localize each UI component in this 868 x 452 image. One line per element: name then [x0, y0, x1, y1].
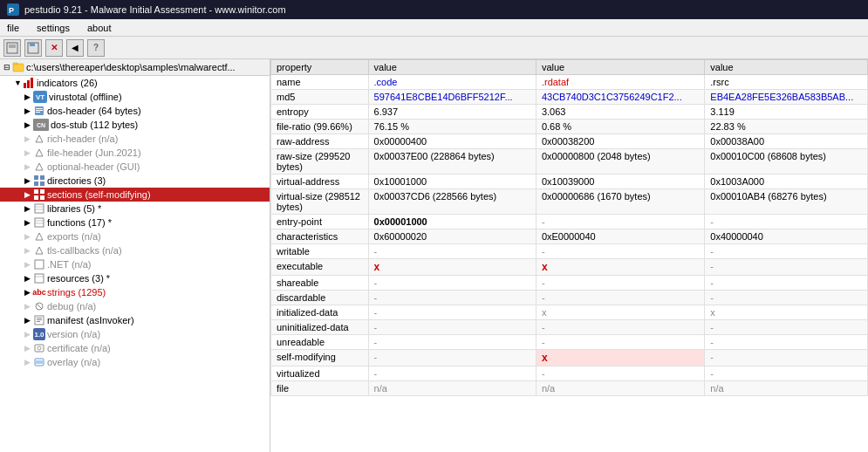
- cell-value3: -: [705, 366, 868, 381]
- home-button[interactable]: [3, 39, 21, 57]
- overlay-label: overlay (n/a): [47, 357, 100, 367]
- tree-item-libraries[interactable]: ▶ libraries (5) *: [0, 202, 270, 216]
- file-header-icon: [33, 147, 45, 159]
- tree-item-exports[interactable]: ▶ exports (n/a): [0, 229, 270, 243]
- cell-value2: x: [536, 350, 704, 366]
- table-row: uninitialized-data---: [271, 320, 868, 335]
- arrow-version: ▶: [24, 330, 33, 339]
- expand-icon[interactable]: ⊟: [3, 63, 10, 72]
- table-row: discardable---: [271, 291, 868, 305]
- tree-item-tls-callbacks[interactable]: ▶ tls-callbacks (n/a): [0, 243, 270, 257]
- optional-header-label: optional-header (GUI): [47, 161, 140, 172]
- tree-item-manifest[interactable]: ▶ manifest (asInvoker): [0, 313, 270, 327]
- tree-item-resources[interactable]: ▶ resources (3) *: [0, 271, 270, 285]
- tree-item-dos-stub[interactable]: ▶ CN dos-stub (112 bytes): [0, 118, 270, 132]
- tree-item-functions[interactable]: ▶ functions (17) *: [0, 216, 270, 229]
- resources-icon: [33, 272, 45, 284]
- tls-label: tls-callbacks (n/a): [47, 245, 122, 256]
- cell-value2: -: [536, 276, 704, 291]
- table-row: initialized-data-xx: [271, 305, 868, 320]
- cell-value3: 0x40000040: [705, 229, 868, 244]
- tree-item-debug[interactable]: ▶ debug (n/a): [0, 299, 270, 313]
- arrow-resources: ▶: [24, 274, 33, 283]
- close-button[interactable]: ✕: [45, 39, 63, 57]
- table-row: name.code.rdataf.rsrc: [271, 75, 868, 90]
- arrow-optional-header: ▶: [24, 162, 33, 171]
- tree-item-version[interactable]: ▶ 1.0 version (n/a): [0, 327, 270, 341]
- arrow-rich-header: ▶: [24, 134, 33, 143]
- cell-value1: -: [368, 366, 536, 381]
- cell-value3: -: [705, 215, 868, 229]
- svg-rect-5: [30, 43, 35, 46]
- cell-value1: -: [368, 350, 536, 366]
- cell-property: executable: [271, 259, 369, 276]
- net-label: .NET (n/a): [47, 259, 92, 270]
- optional-header-icon: [33, 161, 45, 173]
- svg-marker-16: [36, 149, 43, 156]
- tree-item-file-header[interactable]: ▶ file-header (Jun.2021): [0, 146, 270, 160]
- debug-label: debug (n/a): [47, 301, 96, 312]
- cell-property: virtual-size (298512 bytes): [271, 189, 369, 215]
- cell-value1: 76.15 %: [368, 120, 536, 134]
- tree-item-dos-header[interactable]: ▶ dos-header (64 bytes): [0, 104, 270, 118]
- dos-stub-icon: CN: [33, 119, 49, 131]
- cell-value2: .rdataf: [536, 75, 704, 90]
- exports-label: exports (n/a): [47, 231, 101, 242]
- cell-property: entry-point: [271, 215, 369, 229]
- menu-about[interactable]: about: [84, 22, 115, 34]
- cell-property: file: [271, 381, 369, 396]
- table-row: self-modifying-x-: [271, 350, 868, 366]
- menu-file[interactable]: file: [3, 22, 23, 34]
- tree-item-rich-header[interactable]: ▶ rich-header (n/a): [0, 132, 270, 146]
- tree-item-net[interactable]: ▶ .NET (n/a): [0, 257, 270, 271]
- svg-rect-21: [40, 181, 44, 186]
- help-button[interactable]: ?: [87, 39, 105, 57]
- table-row: entropy6.9373.0633.119: [271, 105, 868, 120]
- certificate-icon: [33, 342, 45, 354]
- col-header-value1: value: [368, 60, 536, 75]
- svg-rect-29: [35, 218, 44, 227]
- cell-property: discardable: [271, 291, 369, 305]
- cell-value1: -: [368, 335, 536, 350]
- svg-rect-3: [9, 45, 16, 48]
- cell-value1: -: [368, 291, 536, 305]
- menu-settings[interactable]: settings: [33, 22, 73, 34]
- cell-value3: -: [705, 244, 868, 259]
- tls-icon: [33, 244, 45, 257]
- arrow-debug: ▶: [24, 302, 33, 311]
- cell-value2: 0xE0000040: [536, 229, 704, 244]
- tree-item-sections[interactable]: ▶ sections (self-modifying): [0, 188, 270, 202]
- tree-item-overlay[interactable]: ▶ overlay (n/a): [0, 355, 270, 369]
- tree-item-certificate[interactable]: ▶ certificate (n/a): [0, 341, 270, 355]
- cell-property: file-ratio (99.66%): [271, 120, 369, 134]
- cell-value1: 0x00000400: [368, 134, 536, 149]
- save-button[interactable]: [24, 39, 42, 57]
- back-button[interactable]: ◀: [66, 39, 84, 57]
- tree-item-virustotal[interactable]: ▶ VT virustotal (offline): [0, 90, 270, 104]
- cell-property: self-modifying: [271, 350, 369, 366]
- cell-value1: x: [368, 259, 536, 276]
- cell-value2: 3.063: [536, 105, 704, 120]
- cell-value1: 0x60000020: [368, 229, 536, 244]
- tree-item-strings[interactable]: ▶ abc strings (1295): [0, 285, 270, 299]
- functions-label: functions (17) *: [47, 217, 112, 228]
- svg-text:P: P: [9, 6, 14, 15]
- cell-value1: 0x00037CD6 (228566 bytes): [368, 189, 536, 215]
- cell-value3: -: [705, 259, 868, 276]
- svg-rect-43: [35, 345, 44, 352]
- col-header-value2: value: [536, 60, 704, 75]
- cell-value2: n/a: [536, 381, 704, 396]
- libraries-icon: [33, 202, 45, 215]
- arrow-overlay: ▶: [24, 358, 33, 366]
- cell-property: md5: [271, 90, 369, 105]
- tree-item-optional-header[interactable]: ▶ optional-header (GUI): [0, 160, 270, 174]
- tree-item-indicators[interactable]: ▼ indicators (26): [0, 76, 270, 90]
- cell-property: virtual-address: [271, 175, 369, 189]
- cell-value2: x: [536, 305, 704, 320]
- svg-marker-17: [36, 163, 43, 170]
- cell-value3: EB4EA28FE5E326BA583B5AB...: [705, 90, 868, 105]
- cell-value2: 0x00038200: [536, 134, 704, 149]
- cell-property: virtualized: [271, 366, 369, 381]
- cell-value3: -: [705, 335, 868, 350]
- tree-item-directories[interactable]: ▶ directories (3): [0, 174, 270, 188]
